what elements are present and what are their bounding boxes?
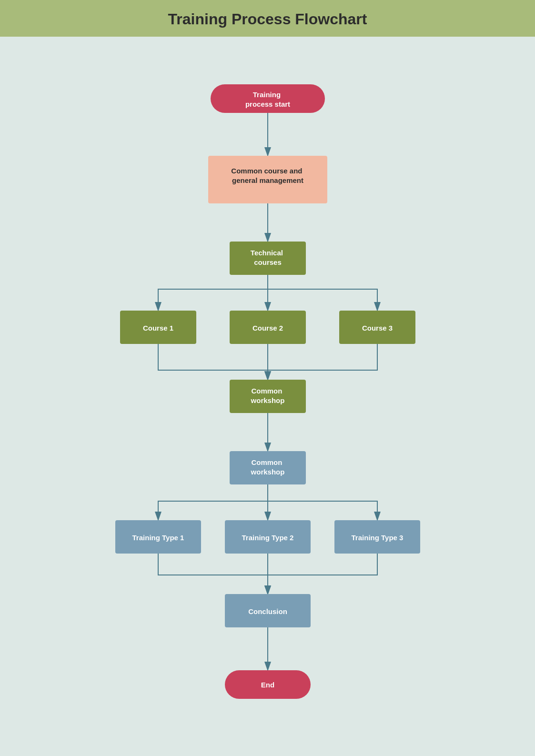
start-node xyxy=(211,84,325,113)
course1-label: Course 1 xyxy=(142,324,173,332)
conclusion-label: Conclusion xyxy=(248,607,287,615)
flowchart-area: Training process start Common course and… xyxy=(0,37,535,756)
training-type3-label: Training Type 3 xyxy=(351,534,403,542)
course2-label: Course 2 xyxy=(252,324,283,332)
arrow-type3-to-conclusion xyxy=(268,554,377,594)
arrow-tech-to-course3 xyxy=(268,275,377,311)
course3-label: Course 3 xyxy=(362,324,392,332)
arrow-workshop-blue-to-type1 xyxy=(158,484,268,520)
flowchart-svg: Training process start Common course and… xyxy=(63,56,473,742)
arrow-course1-to-workshop-green xyxy=(158,344,268,380)
arrow-type1-to-conclusion xyxy=(158,554,268,594)
arrow-tech-to-course1 xyxy=(158,275,268,311)
arrow-workshop-blue-to-type3 xyxy=(268,484,377,520)
training-type2-label: Training Type 2 xyxy=(242,534,293,542)
page-header: Training Process Flowchart xyxy=(0,0,535,37)
page-title: Training Process Flowchart xyxy=(0,10,535,28)
arrow-course3-to-workshop-green xyxy=(268,344,377,380)
training-type1-label: Training Type 1 xyxy=(132,534,184,542)
end-node-label: End xyxy=(261,681,274,689)
